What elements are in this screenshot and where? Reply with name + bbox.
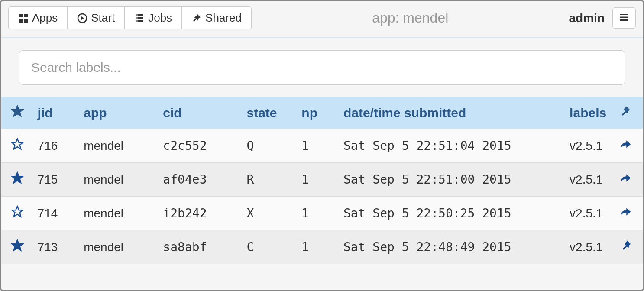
start-button[interactable]: Start [67, 6, 125, 29]
cell-cid: i2b242 [157, 197, 240, 230]
shared-label: Shared [205, 11, 242, 25]
cell-star[interactable] [1, 197, 32, 230]
cell-app: mendel [78, 230, 157, 264]
share-icon [619, 171, 632, 184]
col-state[interactable]: state [240, 97, 295, 129]
star-icon [11, 205, 24, 218]
share-icon [619, 205, 632, 218]
cell-labels: v2.5.1 [563, 129, 612, 163]
cell-jid: 714 [32, 197, 78, 230]
jobs-label: Jobs [148, 11, 172, 25]
pin-icon [191, 13, 202, 23]
cell-action[interactable] [612, 163, 643, 197]
table-header-row: jid app cid state np date/time submitted… [1, 97, 643, 129]
hamburger-icon [619, 12, 629, 23]
cell-jid: 715 [32, 163, 78, 197]
col-star[interactable] [1, 97, 32, 129]
play-icon [77, 13, 87, 23]
cell-state: C [240, 230, 295, 264]
cell-np: 1 [295, 163, 337, 197]
cell-date: Sat Sep 5 22:48:49 2015 [337, 230, 563, 264]
cell-action[interactable] [612, 230, 643, 264]
cell-date: Sat Sep 5 22:51:00 2015 [337, 163, 563, 197]
apps-button[interactable]: Apps [8, 6, 68, 29]
cell-np: 1 [295, 129, 337, 163]
pushpin-icon [618, 105, 631, 118]
nav-button-group: Apps Start Jobs Shared [8, 6, 252, 29]
shared-button[interactable]: Shared [181, 6, 252, 29]
cell-np: 1 [295, 197, 337, 230]
cell-app: mendel [78, 163, 157, 197]
cell-app: mendel [78, 129, 157, 163]
pushpin-icon [619, 239, 632, 252]
topbar: Apps Start Jobs Shared app: mendel admin [1, 1, 643, 37]
cell-labels: v2.5.1 [563, 230, 612, 264]
cell-jid: 713 [32, 230, 78, 264]
cell-state: Q [240, 129, 295, 163]
cell-app: mendel [78, 197, 157, 230]
col-cid[interactable]: cid [157, 97, 240, 129]
cell-star[interactable] [1, 163, 32, 197]
share-icon [619, 138, 632, 151]
col-date[interactable]: date/time submitted [337, 97, 563, 129]
star-icon [11, 239, 24, 252]
cell-labels: v2.5.1 [563, 197, 612, 230]
search-container [1, 38, 643, 97]
table-row[interactable]: 715mendelaf04e3R1Sat Sep 5 22:51:00 2015… [1, 163, 643, 197]
cell-np: 1 [295, 230, 337, 264]
cell-star[interactable] [1, 129, 32, 163]
cell-cid: sa8abf [157, 230, 240, 264]
star-icon [11, 138, 24, 151]
page-title: app: mendel [252, 10, 569, 26]
col-app[interactable]: app [78, 97, 157, 129]
star-icon [11, 105, 24, 118]
tasks-icon [134, 13, 145, 23]
menu-button[interactable] [612, 7, 636, 29]
table-row[interactable]: 716mendelc2c552Q1Sat Sep 5 22:51:04 2015… [1, 129, 643, 163]
star-icon [11, 171, 24, 184]
table-row[interactable]: 714mendeli2b242X1Sat Sep 5 22:50:25 2015… [1, 197, 643, 230]
cell-jid: 716 [32, 129, 78, 163]
cell-labels: v2.5.1 [563, 163, 612, 197]
search-input[interactable] [19, 50, 625, 85]
username[interactable]: admin [569, 11, 605, 25]
jobs-table: jid app cid state np date/time submitted… [1, 97, 643, 264]
cell-state: X [240, 197, 295, 230]
cell-cid: af04e3 [157, 163, 240, 197]
jobs-button[interactable]: Jobs [124, 6, 182, 29]
cell-date: Sat Sep 5 22:51:04 2015 [337, 129, 563, 163]
col-np[interactable]: np [295, 97, 337, 129]
cell-action[interactable] [612, 129, 643, 163]
cell-star[interactable] [1, 230, 32, 264]
col-labels[interactable]: labels [563, 97, 612, 129]
apps-label: Apps [32, 11, 58, 25]
col-jid[interactable]: jid [32, 97, 78, 129]
start-label: Start [91, 11, 115, 25]
col-action[interactable] [612, 97, 643, 129]
cell-state: R [240, 163, 295, 197]
cell-date: Sat Sep 5 22:50:25 2015 [337, 197, 563, 230]
cell-action[interactable] [612, 197, 643, 230]
cell-cid: c2c552 [157, 129, 240, 163]
grid-icon [18, 13, 29, 23]
table-row[interactable]: 713mendelsa8abfC1Sat Sep 5 22:48:49 2015… [1, 230, 643, 264]
